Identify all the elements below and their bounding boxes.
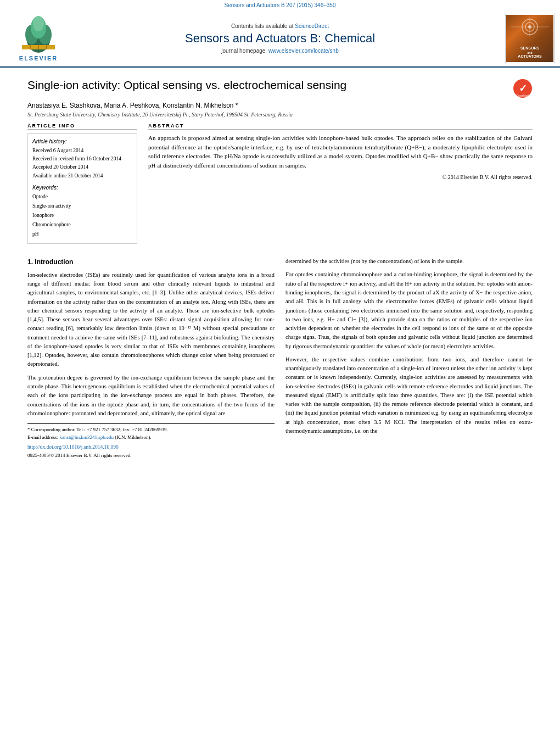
keyword-5: pH bbox=[32, 230, 132, 239]
footnote-star-text: * Corresponding author. Tel.: +7 921 757… bbox=[27, 427, 168, 432]
footnote-email-suffix: (K.N. Mikhelson). bbox=[115, 434, 152, 440]
date-online: Available online 31 October 2014 bbox=[32, 172, 132, 180]
abstract-copyright: © 2014 Elsevier B.V. All rights reserved… bbox=[148, 174, 533, 180]
header-main-row: ELSEVIER Contents lists available at Sci… bbox=[0, 9, 560, 66]
intro-section-title: 1. Introduction bbox=[27, 257, 275, 267]
date-received: Received 6 August 2014 bbox=[32, 147, 132, 155]
keywords-label: Keywords: bbox=[32, 185, 132, 191]
sensors-logo-inner: SENSORS and ACTUATORS bbox=[506, 15, 553, 62]
abstract-text: An approach is proposed aimed at sensing… bbox=[148, 133, 533, 170]
footnote-email-line: E-mail address: kanst@lm.km3241.spb.edu … bbox=[27, 434, 275, 442]
article-info-column: ARTICLE INFO Article history: Received 6… bbox=[27, 123, 137, 244]
sensors-text-line1: SENSORS bbox=[518, 46, 541, 51]
date-accepted: Accepted 20 October 2014 bbox=[32, 163, 132, 171]
homepage-prefix: journal homepage: bbox=[221, 48, 268, 54]
sensors-logo-block: SENSORS and ACTUATORS bbox=[489, 14, 555, 63]
sensors-logo: SENSORS and ACTUATORS bbox=[505, 14, 555, 63]
contents-prefix: Contents lists available at bbox=[231, 23, 295, 29]
intro-paragraph-1: Ion-selective electrodes (ISEs) are rout… bbox=[27, 271, 275, 369]
homepage-line: journal homepage: www.elsevier.com/locat… bbox=[71, 48, 489, 54]
main-left-column: 1. Introduction Ion-selective electrodes… bbox=[27, 257, 275, 460]
keyword-4: Chromoionophore bbox=[32, 220, 132, 230]
keywords-list: Optode Single-ion activity Ionophore Chr… bbox=[32, 192, 132, 239]
footnote-star-line: * Corresponding author. Tel.: +7 921 757… bbox=[27, 426, 275, 434]
svg-text:CrossMark: CrossMark bbox=[516, 94, 530, 97]
article-info-box: Article history: Received 6 August 2014 … bbox=[27, 133, 137, 244]
elsevier-logo: ELSEVIER bbox=[5, 15, 71, 62]
doi-link[interactable]: http://dx.doi.org/10.1016/j.snb.2014.10.… bbox=[27, 443, 275, 451]
elsevier-tree-icon bbox=[16, 15, 60, 54]
abstract-header: ABSTRACT bbox=[148, 123, 533, 130]
info-abstract-row: ARTICLE INFO Article history: Received 6… bbox=[27, 123, 533, 244]
section-title-text: Introduction bbox=[35, 258, 73, 266]
crossmark-svg: ✓ CrossMark bbox=[513, 79, 533, 98]
footnote-area: * Corresponding author. Tel.: +7 921 757… bbox=[27, 423, 275, 460]
main-right-column: determined by the activities (not by the… bbox=[285, 257, 533, 460]
keyword-1: Optode bbox=[32, 192, 132, 202]
right-paragraph-2: For optodes containing chromoionophore a… bbox=[285, 270, 533, 350]
sensors-text-line2: ACTUATORS bbox=[518, 54, 541, 59]
article-history-label: Article history: bbox=[32, 138, 132, 144]
intro-paragraph-2: The protonation degree is governed by th… bbox=[27, 373, 275, 418]
sciencedirect-link[interactable]: ScienceDirect bbox=[295, 23, 329, 29]
copyright-line: 0925-4005/© 2014 Elsevier B.V. All right… bbox=[27, 452, 275, 460]
svg-point-5 bbox=[33, 16, 44, 31]
article-title-row: Single-ion activity: Optical sensing vs.… bbox=[27, 79, 533, 98]
logo-decorative-circles bbox=[511, 17, 549, 47]
article-dates: Received 6 August 2014 Received in revis… bbox=[32, 147, 132, 180]
affiliation: St. Petersburg State University, Chemist… bbox=[27, 111, 533, 118]
footnote-email-label: E-mail address: bbox=[27, 434, 59, 440]
date-revised: Received in revised form 16 October 2014 bbox=[32, 155, 132, 163]
citation-text: Sensors and Actuators B 207 (2015) 346–3… bbox=[225, 2, 336, 8]
right-paragraph-3: However, the respective values combine c… bbox=[285, 355, 533, 436]
journal-header: Sensors and Actuators B 207 (2015) 346–3… bbox=[0, 0, 560, 68]
sciencedirect-line: Contents lists available at ScienceDirec… bbox=[71, 23, 489, 29]
section-number: 1. bbox=[27, 258, 33, 266]
journal-citation: Sensors and Actuators B 207 (2015) 346–3… bbox=[0, 0, 560, 9]
right-paragraph-1: determined by the activities (not by the… bbox=[285, 257, 533, 266]
article-title: Single-ion activity: Optical sensing vs.… bbox=[27, 79, 507, 92]
svg-text:✓: ✓ bbox=[519, 83, 527, 94]
crossmark-icon[interactable]: ✓ CrossMark bbox=[513, 79, 533, 98]
footnote-email-link[interactable]: kanst@lm.km3241.spb.edu bbox=[59, 434, 114, 440]
homepage-link[interactable]: www.elsevier.com/locate/snb bbox=[268, 48, 339, 54]
article-info-header: ARTICLE INFO bbox=[27, 123, 137, 130]
journal-name: Sensors and Actuators B: Chemical bbox=[71, 31, 489, 46]
authors: Anastasiya E. Stashkova, Maria A. Peshko… bbox=[27, 102, 533, 109]
keyword-3: Ionophore bbox=[32, 211, 132, 220]
elsevier-wordmark: ELSEVIER bbox=[19, 55, 58, 62]
page: Sensors and Actuators B 207 (2015) 346–3… bbox=[0, 0, 560, 742]
article-area: Single-ion activity: Optical sensing vs.… bbox=[0, 68, 560, 249]
main-content: 1. Introduction Ion-selective electrodes… bbox=[0, 257, 560, 460]
journal-title-block: Contents lists available at ScienceDirec… bbox=[71, 23, 489, 54]
keyword-2: Single-ion activity bbox=[32, 202, 132, 211]
abstract-column: ABSTRACT An approach is proposed aimed a… bbox=[148, 123, 533, 244]
sensors-logo-text: SENSORS and ACTUATORS bbox=[518, 46, 541, 59]
